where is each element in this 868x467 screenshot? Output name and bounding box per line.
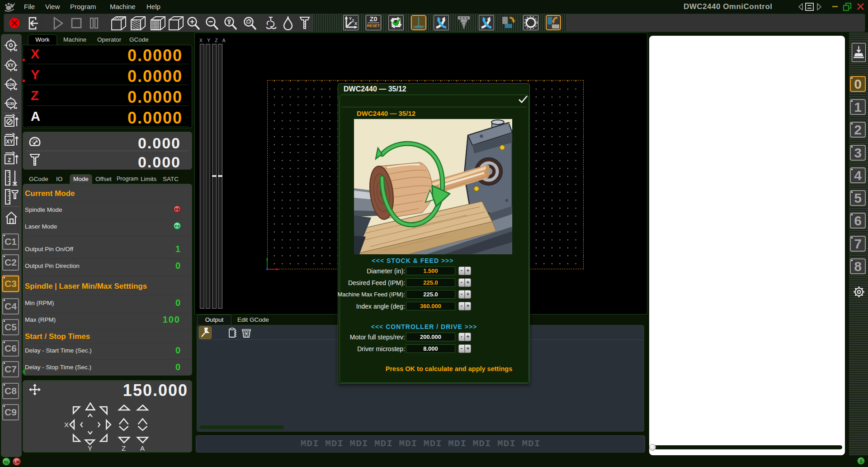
svg-text:X: X: [64, 421, 69, 429]
svg-text:A: A: [140, 444, 145, 451]
svg-text:G30: G30: [7, 101, 14, 106]
svg-text:Z: Z: [8, 157, 11, 163]
svg-text:G28: G28: [7, 82, 14, 87]
svg-text:XY: XY: [7, 62, 14, 68]
svg-text:Z: Z: [122, 444, 126, 451]
svg-text:Y: Y: [88, 444, 92, 451]
svg-text:XY: XY: [6, 138, 13, 145]
svg-text:X: X: [354, 21, 357, 26]
svg-text:×: ×: [507, 120, 510, 127]
